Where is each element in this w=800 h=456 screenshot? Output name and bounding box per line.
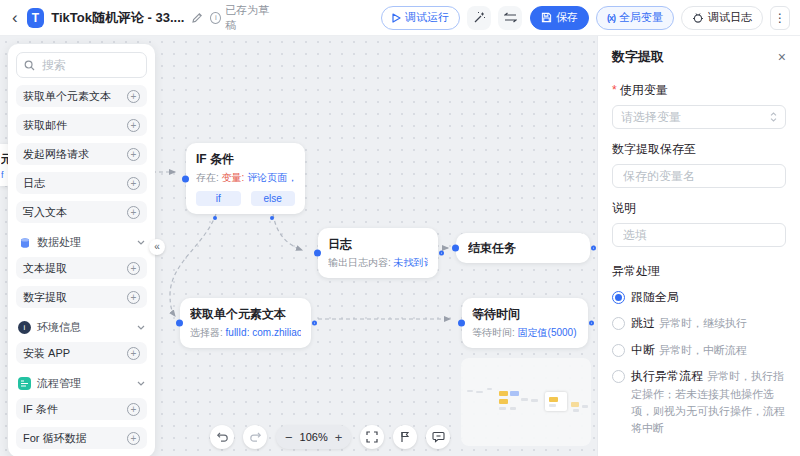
radio-icon[interactable] <box>612 291 625 304</box>
output-port[interactable] <box>439 251 444 256</box>
node-log[interactable]: 日志 输出日志内容: 未找到评论... <box>318 228 438 278</box>
global-variables-label: 全局变量 <box>619 10 663 25</box>
palette-search[interactable] <box>16 52 147 78</box>
draft-status-label: 已存为草稿 <box>225 3 273 33</box>
radio-skip[interactable]: 跳过异常时，继续执行 <box>612 315 786 332</box>
select-arrows-icon <box>770 112 777 122</box>
palette-item-for-loop[interactable]: For 循环数据 + <box>16 427 147 449</box>
palette-item-text-extract[interactable]: 文本提取 + <box>16 257 147 279</box>
branch-else[interactable]: else <box>251 191 296 206</box>
node-if-condition[interactable]: IF 条件 存在: 变量: 评论页面， 执... if else <box>186 143 305 214</box>
add-plus-icon[interactable]: + <box>127 262 140 275</box>
fit-view-button[interactable] <box>360 425 384 449</box>
node-subtitle: 存在: 变量: 评论页面， 执... <box>196 171 295 185</box>
palette-item-write-text[interactable]: 写入文本 + <box>16 201 147 223</box>
zoom-level: 106% <box>300 431 328 443</box>
database-icon <box>18 236 31 249</box>
close-icon[interactable]: × <box>778 50 786 64</box>
palette-item-if-condition[interactable]: IF 条件 + <box>16 398 147 420</box>
magic-wand-button[interactable] <box>467 6 491 30</box>
add-plus-icon[interactable]: + <box>127 148 140 161</box>
radio-interrupt[interactable]: 中断异常时，中断流程 <box>612 342 786 359</box>
node-get-element-text[interactable]: 获取单个元素文本 选择器: fullId: com.zhiliao... <box>180 298 311 348</box>
branch-if[interactable]: if <box>196 191 241 206</box>
flag-icon <box>399 431 411 443</box>
variable-select[interactable]: 请选择变量 <box>612 105 786 129</box>
config-panel: 数字提取 × *使用变量 请选择变量 数字提取保存至 <box>597 36 800 456</box>
input-port[interactable] <box>176 320 183 327</box>
use-variable-label: 使用变量 <box>620 83 668 97</box>
palette-item-http-request[interactable]: 发起网络请求 + <box>16 143 147 165</box>
palette-section-environment[interactable]: i 环境信息 <box>18 320 145 335</box>
chevron-down-icon <box>137 240 145 245</box>
radio-icon[interactable] <box>612 317 625 330</box>
save-to-input[interactable] <box>621 168 777 184</box>
add-plus-icon[interactable]: + <box>127 403 140 416</box>
radio-icon[interactable] <box>612 370 625 383</box>
swap-button[interactable] <box>498 6 522 30</box>
flow-canvas[interactable]: 元素 f IF 条件 存在: 变量: 评论页面， 执... if else <box>0 36 597 456</box>
radio-label: 执行异常流程 <box>631 369 703 383</box>
fit-view-icon <box>366 431 378 443</box>
minimap-viewport[interactable] <box>545 392 567 411</box>
node-end-task[interactable]: 结束任务 <box>456 233 590 263</box>
else-output-port[interactable] <box>270 216 274 220</box>
output-port[interactable] <box>591 246 596 251</box>
search-input[interactable] <box>40 57 139 73</box>
selector-label: 选择器: <box>190 327 223 338</box>
palette-item-label: For 循环数据 <box>23 431 87 446</box>
debug-log-button[interactable]: 调试日志 <box>681 6 763 30</box>
add-plus-icon[interactable]: + <box>127 291 140 304</box>
kebab-menu-icon[interactable]: ⋮ <box>770 6 790 30</box>
add-plus-icon[interactable]: + <box>127 206 140 219</box>
redo-button[interactable] <box>243 425 267 449</box>
palette-item-get-mail[interactable]: 获取邮件 + <box>16 114 147 136</box>
output-port[interactable] <box>589 321 594 326</box>
minimap-toggle-button[interactable] <box>393 425 417 449</box>
radio-icon[interactable] <box>612 344 625 357</box>
input-port[interactable] <box>182 175 189 182</box>
zoom-out-button[interactable]: − <box>285 431 293 444</box>
palette-item-label: 发起网络请求 <box>23 147 89 162</box>
input-port[interactable] <box>314 250 321 257</box>
field-description: 说明 <box>612 200 786 247</box>
save-to-input-wrap <box>612 164 786 188</box>
undo-button[interactable] <box>210 425 234 449</box>
add-plus-icon[interactable]: + <box>127 347 140 360</box>
palette-section-flow-management[interactable]: 流程管理 <box>18 376 145 391</box>
zoom-in-button[interactable]: + <box>335 431 343 444</box>
minimap[interactable] <box>461 358 591 446</box>
radio-exception-flow[interactable]: 执行异常流程异常时，执行指定操作；若未连接其他操作选项，则视为无可执行操作，流程… <box>612 368 786 438</box>
palette-item-install-app[interactable]: 安装 APP + <box>16 342 147 364</box>
workflow-title: TikTok随机评论 - 33.... <box>51 9 184 27</box>
palette-item-label: IF 条件 <box>23 402 58 417</box>
palette-item-log[interactable]: 日志 + <box>16 172 147 194</box>
radio-label: 中断 <box>631 343 655 357</box>
input-port[interactable] <box>458 320 465 327</box>
back-chevron-icon[interactable]: ‹ <box>10 9 20 26</box>
comment-button[interactable] <box>426 425 450 449</box>
palette-section-data-processing[interactable]: 数据处理 <box>18 235 145 250</box>
radio-follow-global[interactable]: 跟随全局 <box>612 289 786 306</box>
input-port[interactable] <box>452 245 459 252</box>
if-output-port[interactable] <box>213 216 217 220</box>
add-plus-icon[interactable]: + <box>127 177 140 190</box>
palette-item-number-extract[interactable]: 数字提取 + <box>16 286 147 308</box>
palette-item-get-element-text[interactable]: 获取单个元素文本 + <box>16 85 147 107</box>
topbar-left: ‹ T TikTok随机评论 - 33.... i 已存为草稿 <box>10 3 273 33</box>
debug-run-button[interactable]: 调试运行 <box>381 6 460 30</box>
save-button[interactable]: 保存 <box>530 6 589 30</box>
add-plus-icon[interactable]: + <box>127 432 140 445</box>
palette-collapse-button[interactable]: « <box>149 239 165 255</box>
edit-pencil-icon[interactable] <box>191 12 203 24</box>
save-icon <box>541 12 552 23</box>
add-plus-icon[interactable]: + <box>127 90 140 103</box>
node-wait-time[interactable]: 等待时间 等待时间: 固定值(5000) <box>462 298 588 348</box>
description-input[interactable] <box>621 227 777 243</box>
add-plus-icon[interactable]: + <box>127 119 140 132</box>
palette-item-label: 写入文本 <box>23 205 67 220</box>
output-port[interactable] <box>312 321 317 326</box>
palette-section-label: 环境信息 <box>37 320 81 335</box>
radio-label: 跳过 <box>631 316 655 330</box>
global-variables-button[interactable]: (x) 全局变量 <box>596 6 674 30</box>
